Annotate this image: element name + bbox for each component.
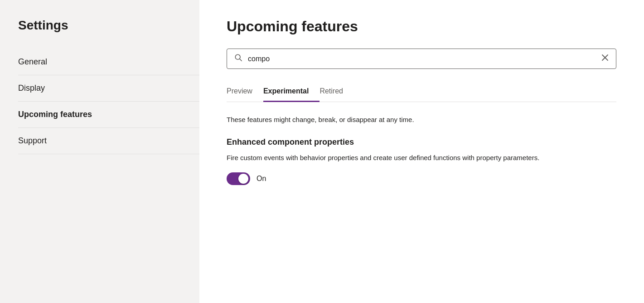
tab-description: These features might change, break, or d… [227,115,617,125]
tabs: Preview Experimental Retired [227,83,616,102]
toggle-track [227,172,250,185]
sidebar-item-support[interactable]: Support [18,128,199,154]
feature-toggle[interactable] [227,172,250,185]
search-icon [234,54,242,64]
sidebar-item-upcoming-features[interactable]: Upcoming features [18,102,199,128]
search-input[interactable] [248,55,601,63]
tab-preview[interactable]: Preview [227,83,263,102]
sidebar-item-label: Support [18,136,47,145]
toggle-thumb [238,174,248,184]
feature-section: Enhanced component properties Fire custo… [227,137,617,185]
feature-description: Fire custom events with behavior propert… [227,152,571,163]
main-content: Upcoming features Preview Experimental R… [199,0,644,303]
sidebar-nav: General Display Upcoming features Suppor… [18,49,199,154]
search-container [227,49,616,69]
feature-title: Enhanced component properties [227,137,617,147]
sidebar-item-display[interactable]: Display [18,75,199,102]
sidebar-item-label: General [18,57,47,66]
tab-retired[interactable]: Retired [320,83,354,102]
sidebar-item-label: Display [18,83,45,93]
sidebar-title: Settings [18,18,199,33]
svg-line-1 [240,59,242,61]
page-title: Upcoming features [227,18,617,35]
search-clear-button[interactable] [601,54,609,64]
toggle-row: On [227,172,617,185]
sidebar-item-general[interactable]: General [18,49,199,75]
sidebar-item-label: Upcoming features [18,110,92,119]
tab-experimental[interactable]: Experimental [263,83,320,102]
toggle-label: On [257,175,266,183]
sidebar: Settings General Display Upcoming featur… [0,0,199,303]
